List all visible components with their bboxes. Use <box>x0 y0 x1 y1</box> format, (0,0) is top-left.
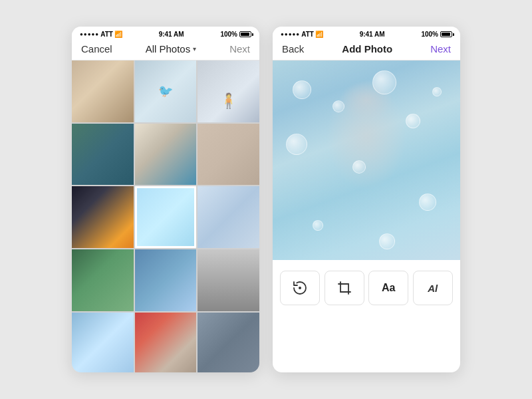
photo-cell-4[interactable] <box>72 124 134 186</box>
photo-cell-10[interactable] <box>72 249 134 311</box>
left-phone: ●●●●● ATT 📶 9:41 AM 100% Cancel All Phot… <box>72 27 259 372</box>
nav-bar-right: Back Add Photo Next <box>273 41 460 61</box>
carrier-right: ATT <box>301 31 314 38</box>
bubble-2 <box>332 100 344 112</box>
chevron-down-icon: ▾ <box>193 45 196 53</box>
carrier-left: ATT <box>100 31 113 38</box>
signal-dots-left: ●●●●● <box>80 31 99 37</box>
bubble-3 <box>372 70 396 94</box>
svg-point-0 <box>299 287 301 289</box>
battery-pct-left: 100% <box>220 31 237 38</box>
back-button[interactable]: Back <box>282 43 304 55</box>
photo-album-selector[interactable]: All Photos ▾ <box>146 43 197 55</box>
photo-cell-3[interactable]: 🧍 <box>198 61 259 122</box>
next-button-right[interactable]: Next <box>430 43 451 55</box>
bubble-7 <box>352 160 366 174</box>
bird-icon: 🐦 <box>158 84 173 98</box>
photo-cell-5[interactable] <box>135 124 197 186</box>
text-button[interactable]: Aa <box>368 271 408 305</box>
status-bar-right: ●●●●● ATT 📶 9:41 AM 100% <box>273 27 460 41</box>
photo-cell-1[interactable] <box>72 61 134 122</box>
right-phone: ●●●●● ATT 📶 9:41 AM 100% Back Add Photo … <box>273 27 460 372</box>
rotate-icon <box>292 280 308 296</box>
next-button-left[interactable]: Next <box>229 43 250 55</box>
photo-cell-15[interactable] <box>198 313 259 372</box>
crop-icon <box>336 280 352 296</box>
edit-toolbar: Aa Al <box>273 260 460 313</box>
photo-cell-2[interactable]: 🐦 <box>135 61 197 122</box>
text-icon: Aa <box>382 282 395 294</box>
time-right: 9:41 AM <box>360 31 385 38</box>
person-icon: 🧍 <box>219 92 237 110</box>
photo-cell-8[interactable] <box>135 186 197 248</box>
wifi-icon-right: 📶 <box>315 31 323 38</box>
battery-icon-left <box>239 31 251 37</box>
photo-cell-14[interactable] <box>135 313 197 372</box>
bubble-5 <box>432 87 442 96</box>
cancel-button[interactable]: Cancel <box>81 43 112 55</box>
photo-cell-6[interactable] <box>198 124 259 186</box>
status-right-left: 100% <box>220 31 251 38</box>
bottom-area: Aa Al <box>273 260 460 313</box>
status-bar-left: ●●●●● ATT 📶 9:41 AM 100% <box>72 27 259 41</box>
signal-dots-right: ●●●●● <box>281 31 300 37</box>
bubble-10 <box>379 233 395 249</box>
wifi-icon-left: 📶 <box>114 31 122 38</box>
crop-button[interactable] <box>325 271 364 305</box>
photo-cell-7[interactable] <box>72 186 134 248</box>
photo-cell-13[interactable] <box>72 313 134 372</box>
bubble-6 <box>286 134 307 155</box>
photo-cell-9[interactable] <box>198 186 259 248</box>
status-right-right: 100% <box>421 31 452 38</box>
bubble-1 <box>293 80 311 99</box>
time-left: 9:41 AM <box>159 31 184 38</box>
photo-preview <box>273 61 460 260</box>
status-left-left: ●●●●● ATT 📶 <box>80 31 122 38</box>
add-photo-title: Add Photo <box>342 43 392 55</box>
photo-cell-12[interactable] <box>198 249 259 311</box>
bubble-9 <box>313 220 323 231</box>
battery-icon-right <box>440 31 452 37</box>
bubble-8 <box>419 194 436 211</box>
rotate-button[interactable] <box>280 271 320 305</box>
battery-pct-right: 100% <box>421 31 438 38</box>
photo-cell-11[interactable] <box>135 249 197 311</box>
nav-bar-left: Cancel All Photos ▾ Next <box>72 41 259 61</box>
italic-icon: Al <box>428 283 438 294</box>
album-title: All Photos <box>146 43 191 55</box>
status-left-right: ●●●●● ATT 📶 <box>281 31 323 38</box>
bubble-4 <box>406 114 420 128</box>
photo-grid: 🐦 🧍 <box>72 61 259 372</box>
italic-text-button[interactable]: Al <box>413 271 453 305</box>
